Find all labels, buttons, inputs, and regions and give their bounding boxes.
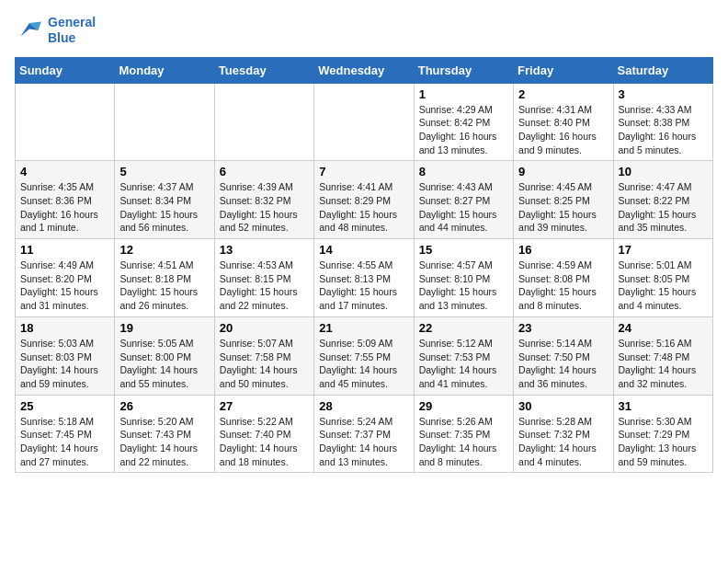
day-info: Sunrise: 5:28 AM Sunset: 7:32 PM Dayligh… [518,415,608,469]
calendar-cell: 20Sunrise: 5:07 AM Sunset: 7:58 PM Dayli… [214,316,313,395]
calendar-cell: 10Sunrise: 4:47 AM Sunset: 8:22 PM Dayli… [613,161,712,239]
calendar-week-4: 18Sunrise: 5:03 AM Sunset: 8:03 PM Dayli… [16,316,713,395]
calendar-cell: 25Sunrise: 5:18 AM Sunset: 7:45 PM Dayli… [16,395,115,473]
day-info: Sunrise: 4:41 AM Sunset: 8:29 PM Dayligh… [319,180,408,235]
page-header: General Blue [15,15,713,46]
calendar-cell [314,83,414,161]
day-number: 1 [419,87,508,101]
calendar-cell: 2Sunrise: 4:31 AM Sunset: 8:40 PM Daylig… [514,83,613,161]
calendar-cell [115,83,214,161]
day-number: 25 [20,399,109,413]
day-info: Sunrise: 5:07 AM Sunset: 7:58 PM Dayligh… [220,337,309,391]
day-info: Sunrise: 4:47 AM Sunset: 8:22 PM Dayligh… [619,180,708,235]
calendar-cell: 11Sunrise: 4:49 AM Sunset: 8:20 PM Dayli… [16,239,115,317]
logo-icon [15,16,44,45]
calendar-cell: 26Sunrise: 5:20 AM Sunset: 7:43 PM Dayli… [115,395,214,473]
calendar-header-wednesday: Wednesday [314,57,414,83]
day-info: Sunrise: 4:57 AM Sunset: 8:10 PM Dayligh… [419,259,508,313]
day-number: 3 [619,87,708,101]
day-info: Sunrise: 5:05 AM Sunset: 8:00 PM Dayligh… [119,337,209,391]
day-number: 7 [319,165,408,178]
calendar-week-3: 11Sunrise: 4:49 AM Sunset: 8:20 PM Dayli… [16,239,713,317]
calendar-cell: 27Sunrise: 5:22 AM Sunset: 7:40 PM Dayli… [214,395,313,473]
calendar-cell: 16Sunrise: 4:59 AM Sunset: 8:08 PM Dayli… [514,239,613,317]
calendar-cell: 19Sunrise: 5:05 AM Sunset: 8:00 PM Dayli… [115,316,214,395]
calendar-header-thursday: Thursday [414,57,513,83]
day-number: 28 [319,399,408,413]
day-number: 15 [419,243,508,257]
calendar-cell: 3Sunrise: 4:33 AM Sunset: 8:38 PM Daylig… [613,83,712,161]
calendar-cell: 17Sunrise: 5:01 AM Sunset: 8:05 PM Dayli… [613,239,712,317]
day-info: Sunrise: 4:35 AM Sunset: 8:36 PM Dayligh… [20,180,109,235]
day-number: 21 [319,321,408,335]
day-info: Sunrise: 4:49 AM Sunset: 8:20 PM Dayligh… [20,259,109,313]
day-info: Sunrise: 4:59 AM Sunset: 8:08 PM Dayligh… [518,259,608,313]
calendar-cell: 23Sunrise: 5:14 AM Sunset: 7:50 PM Dayli… [514,316,613,395]
day-number: 30 [518,399,608,413]
calendar-cell: 29Sunrise: 5:26 AM Sunset: 7:35 PM Dayli… [414,395,513,473]
calendar-header-sunday: Sunday [16,57,115,83]
day-number: 9 [518,165,608,178]
calendar-week-2: 4Sunrise: 4:35 AM Sunset: 8:36 PM Daylig… [16,161,713,239]
day-number: 11 [20,243,109,257]
day-info: Sunrise: 4:55 AM Sunset: 8:13 PM Dayligh… [319,259,408,313]
day-info: Sunrise: 5:01 AM Sunset: 8:05 PM Dayligh… [619,259,708,313]
day-info: Sunrise: 5:16 AM Sunset: 7:48 PM Dayligh… [619,337,708,391]
day-number: 16 [518,243,608,257]
day-info: Sunrise: 5:14 AM Sunset: 7:50 PM Dayligh… [518,337,608,391]
day-info: Sunrise: 4:43 AM Sunset: 8:27 PM Dayligh… [419,180,508,235]
day-number: 8 [419,165,508,178]
day-number: 10 [619,165,708,178]
calendar-cell: 13Sunrise: 4:53 AM Sunset: 8:15 PM Dayli… [214,239,313,317]
day-info: Sunrise: 5:09 AM Sunset: 7:55 PM Dayligh… [319,337,408,391]
day-info: Sunrise: 4:33 AM Sunset: 8:38 PM Dayligh… [619,103,708,157]
calendar-table: SundayMondayTuesdayWednesdayThursdayFrid… [15,57,713,474]
day-number: 2 [518,87,608,101]
day-number: 14 [319,243,408,257]
day-number: 5 [119,165,209,178]
calendar-header-monday: Monday [115,57,214,83]
day-info: Sunrise: 5:18 AM Sunset: 7:45 PM Dayligh… [20,415,109,469]
day-info: Sunrise: 5:20 AM Sunset: 7:43 PM Dayligh… [119,415,209,469]
calendar-header-tuesday: Tuesday [214,57,313,83]
logo: General Blue [15,15,96,46]
day-number: 23 [518,321,608,335]
calendar-cell: 31Sunrise: 5:30 AM Sunset: 7:29 PM Dayli… [613,395,712,473]
day-number: 29 [419,399,508,413]
day-info: Sunrise: 5:12 AM Sunset: 7:53 PM Dayligh… [419,337,508,391]
calendar-cell: 22Sunrise: 5:12 AM Sunset: 7:53 PM Dayli… [414,316,513,395]
day-number: 19 [119,321,209,335]
calendar-cell: 4Sunrise: 4:35 AM Sunset: 8:36 PM Daylig… [16,161,115,239]
calendar-cell: 7Sunrise: 4:41 AM Sunset: 8:29 PM Daylig… [314,161,414,239]
calendar-header-row: SundayMondayTuesdayWednesdayThursdayFrid… [16,57,713,83]
day-number: 4 [20,165,109,178]
calendar-cell [214,83,313,161]
day-info: Sunrise: 5:24 AM Sunset: 7:37 PM Dayligh… [319,415,408,469]
day-number: 17 [619,243,708,257]
calendar-header-friday: Friday [514,57,613,83]
day-info: Sunrise: 4:39 AM Sunset: 8:32 PM Dayligh… [220,180,309,235]
day-number: 6 [220,165,309,178]
calendar-cell [16,83,115,161]
calendar-week-5: 25Sunrise: 5:18 AM Sunset: 7:45 PM Dayli… [16,395,713,473]
day-number: 22 [419,321,508,335]
calendar-cell: 5Sunrise: 4:37 AM Sunset: 8:34 PM Daylig… [115,161,214,239]
calendar-cell: 30Sunrise: 5:28 AM Sunset: 7:32 PM Dayli… [514,395,613,473]
calendar-cell: 15Sunrise: 4:57 AM Sunset: 8:10 PM Dayli… [414,239,513,317]
day-number: 12 [119,243,209,257]
day-info: Sunrise: 4:45 AM Sunset: 8:25 PM Dayligh… [518,180,608,235]
day-number: 27 [220,399,309,413]
day-number: 13 [220,243,309,257]
day-info: Sunrise: 5:30 AM Sunset: 7:29 PM Dayligh… [619,415,708,469]
day-info: Sunrise: 4:29 AM Sunset: 8:42 PM Dayligh… [419,103,508,157]
calendar-cell: 6Sunrise: 4:39 AM Sunset: 8:32 PM Daylig… [214,161,313,239]
day-number: 26 [119,399,209,413]
day-info: Sunrise: 5:26 AM Sunset: 7:35 PM Dayligh… [419,415,508,469]
calendar-cell: 12Sunrise: 4:51 AM Sunset: 8:18 PM Dayli… [115,239,214,317]
day-info: Sunrise: 5:03 AM Sunset: 8:03 PM Dayligh… [20,337,109,391]
day-info: Sunrise: 4:51 AM Sunset: 8:18 PM Dayligh… [119,259,209,313]
day-number: 18 [20,321,109,335]
day-number: 24 [619,321,708,335]
day-number: 20 [220,321,309,335]
calendar-cell: 24Sunrise: 5:16 AM Sunset: 7:48 PM Dayli… [613,316,712,395]
